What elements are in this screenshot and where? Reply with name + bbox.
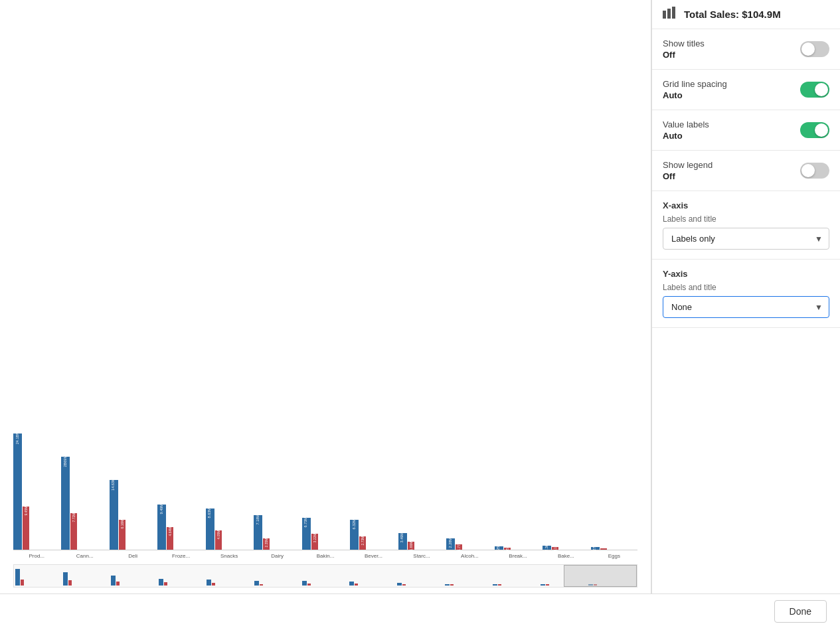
bar-blue-label: 6.73M — [305, 517, 309, 527]
bar-blue: 24.1BM — [13, 433, 22, 550]
grid-line-spacing-section: Grid line spacing Auto — [652, 70, 840, 110]
mini-bar-red — [260, 584, 263, 586]
mini-bar-blue — [445, 584, 450, 586]
bar-red: 4.05M — [215, 530, 222, 550]
bar-blue: 245.27k — [591, 547, 600, 550]
show-titles-value: Off — [663, 50, 705, 60]
x-axis-dropdown[interactable]: Labels only Labels and title Title only … — [663, 228, 829, 250]
y-axis-dropdown[interactable]: None Labels only Labels and title Title … — [663, 296, 829, 318]
show-titles-toggle[interactable] — [800, 41, 829, 57]
x-axis-sub: Labels and title — [663, 214, 829, 224]
y-axis-sub: Labels and title — [663, 283, 829, 292]
bar-blue: 8.63M — [206, 509, 214, 550]
x-label: Bake... — [543, 553, 589, 559]
mini-bar-group — [445, 584, 492, 586]
mini-bar-group — [397, 583, 444, 586]
mini-bar-group — [254, 581, 301, 586]
x-label: Prod... — [13, 553, 60, 559]
show-legend-value: Off — [663, 171, 713, 181]
bar-red: 2.73M — [359, 536, 366, 550]
bar-blue-label: 2.28M — [449, 538, 453, 548]
bar-group: 6.73M3.22M — [302, 518, 349, 550]
panel-title: Total Sales: $104.9M — [684, 9, 781, 20]
bar-blue: 14.63M — [110, 480, 118, 550]
bar-red: 320.95k — [504, 548, 511, 550]
x-label: Snacks — [206, 553, 252, 559]
bar-red: 7.72M — [70, 513, 77, 550]
bar-red-label: 4.05M — [216, 530, 220, 540]
bar-group: 3.49M1.66M — [398, 533, 445, 550]
bar-blue: 678.25k — [495, 546, 503, 550]
bar-red-label: 3.22M — [313, 534, 316, 543]
bar-red: 1.66M — [408, 542, 414, 550]
show-legend-knob — [801, 164, 815, 177]
mini-bar-red — [21, 580, 24, 586]
bar-blue-label: 14.63M — [112, 479, 116, 491]
x-label: Cann... — [61, 553, 108, 559]
grid-line-spacing-knob — [815, 83, 828, 96]
show-titles-knob — [801, 42, 815, 56]
bar-group: 2.28M921.77k — [446, 538, 493, 550]
done-button[interactable]: Done — [774, 600, 827, 623]
svg-rect-2 — [672, 7, 675, 19]
mini-selector[interactable] — [564, 565, 637, 587]
mini-bar-blue — [541, 584, 545, 586]
mini-bar-blue — [302, 581, 307, 586]
bar-blue-label: 8.63M — [209, 508, 212, 518]
show-legend-label: Show legend — [663, 160, 713, 170]
bar-blue-label: 9.49M — [160, 504, 164, 514]
chart-area: 24.1BM9.45M2B69M7.72M14.63M6.16M9.49M4.6… — [0, 0, 651, 593]
bar-blue-label: 2B69M — [64, 455, 68, 467]
grid-line-spacing-value: Auto — [663, 90, 727, 100]
bar-group: 8.63M4.05M — [206, 509, 252, 550]
bar-blue: 842.3k — [543, 546, 551, 550]
bar-group: 14.63M6.16M — [110, 480, 156, 550]
bar-blue: 2B69M — [61, 457, 70, 550]
mini-bar-red — [498, 584, 501, 586]
chart-x-labels: Prod...Cann...DeliFroze...SnacksDairyBak… — [13, 553, 637, 559]
mini-bar-group — [493, 584, 540, 586]
x-label: Bever... — [350, 553, 396, 559]
bar-red-label: 320.95k — [505, 546, 509, 558]
bar-red-label: 6.16M — [120, 520, 124, 529]
bar-red: 921.77k — [456, 544, 462, 550]
mini-bar-red — [212, 583, 215, 586]
bar-group: 245.27k — [591, 547, 637, 550]
bar-red: 4.64M — [167, 527, 173, 550]
bar-red: 2.35M — [263, 538, 270, 550]
chart-wrapper: 24.1BM9.45M2B69M7.72M14.63M6.16M9.49M4.6… — [13, 434, 637, 580]
mini-bar-red — [307, 584, 311, 586]
bar-blue-label: 7.18M — [256, 514, 260, 524]
value-labels-section: Value labels Auto — [652, 110, 840, 151]
mini-bar-red — [355, 584, 358, 586]
mini-bar-blue — [159, 579, 163, 586]
bar-red-label: 2.35M — [265, 538, 268, 548]
show-legend-toggle[interactable] — [800, 163, 829, 179]
mini-bar-blue — [254, 581, 259, 586]
bar-blue-label: 245.27k — [593, 545, 597, 558]
value-labels-label: Value labels — [663, 119, 709, 129]
grid-line-spacing-toggle[interactable] — [800, 82, 829, 98]
mini-bar-blue — [397, 583, 402, 586]
y-axis-title: Y-axis — [663, 269, 829, 279]
value-labels-toggle[interactable] — [800, 122, 829, 138]
show-titles-label: Show titles — [663, 39, 705, 48]
mini-bar-red — [402, 584, 406, 586]
x-label: Starc... — [398, 553, 445, 559]
x-axis-dropdown-wrapper: Labels only Labels and title Title only … — [663, 228, 829, 250]
bottom-bar: Done — [0, 593, 840, 628]
bar-red-label: 7.72M — [72, 513, 76, 522]
bar-blue-label: 678.25k — [497, 544, 501, 558]
bar-blue: 9.49M — [157, 505, 166, 550]
bar-red: 6.16M — [119, 520, 126, 550]
x-axis-section: X-axis Labels and title Labels only Labe… — [652, 191, 840, 260]
mini-bar-group — [349, 582, 396, 586]
y-axis-section: Y-axis Labels and title None Labels only… — [652, 260, 840, 328]
mini-bar-red — [164, 582, 167, 586]
x-label: Dairy — [254, 553, 300, 559]
x-label: Deli — [110, 553, 156, 559]
bar-red-label: 230.11k — [554, 546, 557, 558]
mini-bar-red — [450, 584, 454, 586]
bar-group: 6.32M2.73M — [350, 520, 396, 550]
chart-mini[interactable] — [13, 564, 637, 588]
